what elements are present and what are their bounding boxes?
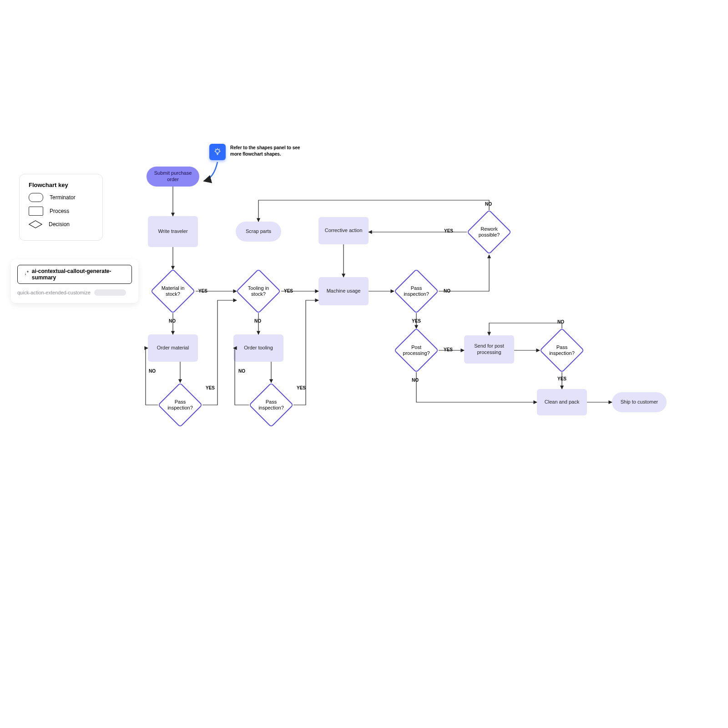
node-label: Submit purchase order [150,170,196,183]
edge-label-no: NO [444,288,450,293]
terminator-shape-icon [29,193,43,202]
node-label: Send for post processing [468,343,511,356]
node-label: Pass inspection? [404,285,429,297]
process-shape-icon [29,207,43,216]
edge-label-yes: YES [412,318,421,324]
node-order-material[interactable]: Order material [148,334,198,362]
node-label: Material in stock? [161,285,185,297]
quick-action-placeholder-icon [94,289,126,296]
node-pass-inspection-tooling[interactable]: Pass inspection? [255,389,287,421]
decision-shape-icon [29,220,42,228]
quick-action-label: quick-action-extended-customize [17,290,91,295]
svg-point-1 [216,149,219,153]
svg-line-6 [219,149,220,149]
key-process-row: Process [29,207,93,216]
node-label: Corrective action [325,228,363,234]
node-label: Pass inspection? [258,399,284,411]
node-write-traveler[interactable]: Write traveler [148,216,198,247]
node-label: Pass inspection? [167,399,193,411]
lightbulb-tip-icon [209,144,226,160]
node-pass-inspection-main[interactable]: Pass inspection? [400,275,432,307]
edge-label-no: NO [557,319,564,324]
node-order-tooling[interactable]: Order tooling [233,334,283,362]
node-label: Machine usage [327,288,361,294]
node-label: Pass inspection? [549,344,575,356]
node-pass-inspection-post[interactable]: Pass inspection? [546,334,578,366]
node-machine-usage[interactable]: Machine usage [318,277,369,305]
edge-label-yes: YES [444,347,453,352]
key-terminator-row: Terminator [29,193,93,202]
connectors-layer [0,0,728,728]
node-label: Scrap parts [246,228,271,235]
node-submit-purchase-order[interactable]: Submit purchase order [147,167,199,187]
node-label: Order tooling [244,345,273,351]
ai-generate-summary-button[interactable]: ai-contextual-callout-generate-summary [17,265,132,284]
flowchart-canvas[interactable]: Flowchart key Terminator Process Decisio… [0,0,728,728]
edge-label-no: NO [238,369,245,374]
key-decision-row: Decision [29,220,93,228]
edge-label-yes: YES [297,385,306,390]
sparkle-icon [22,271,28,278]
svg-marker-0 [29,221,42,228]
key-terminator-label: Terminator [50,194,76,201]
node-label: Clean and pack [545,399,579,405]
node-label: Tooling in stock? [246,285,271,297]
node-label: Post processing? [403,344,430,356]
quick-action-row[interactable]: quick-action-extended-customize [17,289,132,296]
svg-line-5 [215,149,216,149]
key-process-label: Process [50,208,69,214]
node-post-processing[interactable]: Post processing? [400,334,432,366]
edge-label-yes: YES [284,288,293,293]
node-rework-possible[interactable]: Rework possible? [473,216,505,248]
edge-label-yes: YES [444,228,453,233]
tip-text: Refer to the shapes panel to see more fl… [230,145,312,157]
edge-label-no: NO [169,318,176,324]
node-label: Write traveler [158,228,187,235]
node-scrap-parts[interactable]: Scrap parts [236,222,281,242]
edge-label-no: NO [412,378,419,383]
node-material-in-stock[interactable]: Material in stock? [157,275,189,307]
node-pass-inspection-material[interactable]: Pass inspection? [164,389,196,421]
node-clean-and-pack[interactable]: Clean and pack [537,389,587,415]
edge-label-yes: YES [206,385,215,390]
flowchart-key-panel: Flowchart key Terminator Process Decisio… [19,174,103,241]
node-label: Rework possible? [477,226,501,238]
node-label: Order material [157,345,189,351]
ai-button-label: ai-contextual-callout-generate-summary [32,268,127,281]
node-tooling-in-stock[interactable]: Tooling in stock? [243,275,274,307]
node-ship-to-customer[interactable]: Ship to customer [612,392,667,412]
edge-label-no: NO [485,202,492,207]
node-corrective-action[interactable]: Corrective action [318,217,369,244]
edge-label-no: NO [254,318,261,324]
node-send-post-processing[interactable]: Send for post processing [464,335,514,364]
ai-callout-panel: ai-contextual-callout-generate-summary q… [11,259,138,303]
key-decision-label: Decision [49,221,70,228]
edge-label-yes: YES [557,376,566,381]
flowchart-key-title: Flowchart key [29,182,93,188]
node-label: Ship to customer [621,399,658,405]
edge-label-yes: YES [198,288,207,293]
edge-label-no: NO [149,369,156,374]
